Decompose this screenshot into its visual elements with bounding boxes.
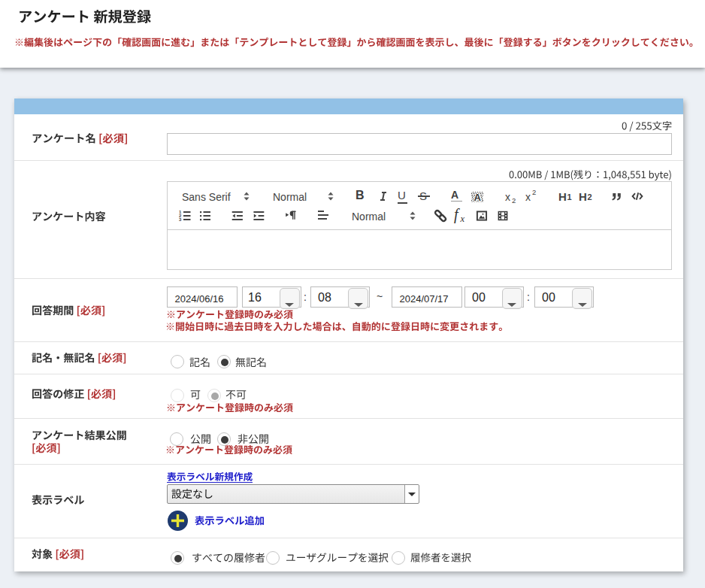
svg-text:3: 3 (179, 217, 182, 222)
